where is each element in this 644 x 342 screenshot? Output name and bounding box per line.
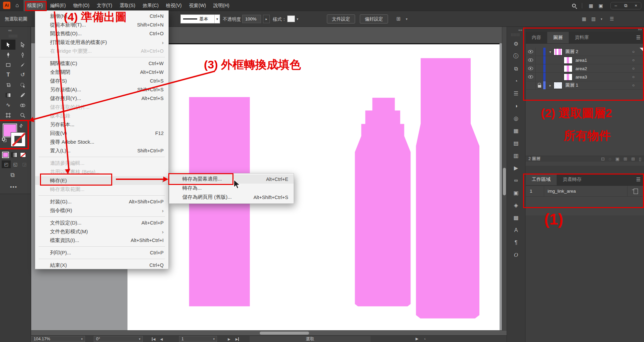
layer-name[interactable]: area1 [575, 58, 587, 63]
lock-icon[interactable] [536, 64, 543, 72]
menubar-item[interactable]: 檔案(F) [24, 0, 46, 11]
control-menu-icon[interactable]: ☰ [610, 16, 614, 21]
menubar-item[interactable]: 選取(S) [116, 0, 139, 11]
close-button[interactable]: × [631, 3, 641, 8]
menu-item[interactable]: 列印(P)...Ctrl+P [35, 248, 168, 257]
swatches-grid-icon[interactable]: ▦ [507, 125, 525, 137]
lock-icon[interactable] [536, 81, 543, 89]
chevron-down-icon[interactable]: ▾ [548, 50, 553, 54]
draw-normal-icon[interactable]: ◰ [2, 160, 11, 168]
menu-item[interactable]: 關閉檔案(C)Ctrl+W [35, 59, 168, 68]
rectangle-tool-icon[interactable] [1, 60, 15, 70]
layer-row[interactable]: ▾圖層 2○ [526, 48, 644, 56]
tab-layers[interactable]: 圖層 [547, 32, 569, 43]
lock-icon[interactable] [536, 73, 543, 81]
home-icon[interactable]: ⌂ [15, 2, 19, 9]
type-tool-icon[interactable]: T [1, 70, 15, 80]
menu-item[interactable]: 打開最近使用過的檔案(F)› [35, 38, 168, 47]
menu-item[interactable]: 儲存選取的切片... [35, 103, 168, 111]
menubar-item[interactable]: 編輯(E) [46, 0, 70, 11]
tab-properties[interactable]: 內容 [526, 32, 547, 43]
arrange-documents-icon[interactable]: ▦ [589, 3, 593, 8]
layer-thumbnail[interactable] [564, 65, 572, 72]
target-icon[interactable]: ◎ [507, 112, 525, 125]
document-setup-button[interactable]: 文件設定 [327, 14, 355, 23]
paintbrush-tool-icon[interactable] [15, 60, 30, 70]
opacity-input[interactable]: 100% [242, 15, 261, 23]
default-fill-stroke-icon[interactable] [2, 138, 5, 141]
chevron-right-icon[interactable]: ▸ [548, 84, 553, 87]
sphere-icon[interactable]: ◔ [507, 75, 525, 87]
pattern-icon[interactable]: ▩ [507, 211, 525, 224]
paragraph-icon[interactable]: ¶ [507, 236, 525, 249]
more-tools-icon[interactable]: ••• [10, 184, 17, 190]
locate-icon[interactable]: ◌ [609, 156, 611, 161]
layer-name[interactable]: area2 [575, 66, 587, 71]
columns-icon[interactable]: ▥ [507, 149, 525, 162]
symbols-icon[interactable]: ◈ [507, 199, 525, 211]
panel-icon[interactable]: ▣ [507, 187, 525, 199]
menu-item[interactable]: 置入(L)...Shift+Ctrl+P [35, 146, 168, 155]
layer-name[interactable]: area3 [575, 75, 587, 80]
panel-grip[interactable]: |||||||| [9, 34, 18, 38]
export-icon[interactable]: ⧉ [507, 62, 525, 75]
chevron-down-icon[interactable]: ▾ [297, 17, 298, 21]
menu-item[interactable]: 轉存選取範圍... [35, 185, 168, 194]
artboard-page-icon[interactable] [627, 186, 644, 196]
artboard-row-name[interactable]: img_link_area [544, 189, 576, 194]
menu-item[interactable]: 版本記錄 [35, 111, 168, 120]
tab-libraries[interactable]: 資料庫 [569, 32, 595, 43]
opacity-stepper[interactable]: ▸ [263, 15, 270, 23]
visibility-eye-icon[interactable] [526, 48, 536, 56]
menu-item[interactable]: 文件色彩模式(M)› [35, 227, 168, 236]
halftone-icon[interactable]: ◑ [507, 100, 525, 112]
lock-icon[interactable] [536, 56, 543, 64]
collect-export-icon[interactable]: ⊡ [601, 156, 605, 161]
chevron-down-icon[interactable]: ▾ [406, 17, 407, 21]
menu-item[interactable]: 儲存拷貝(Y)...Alt+Ctrl+S [35, 94, 168, 103]
menu-item[interactable]: 開啟舊檔(O)...Ctrl+O [35, 29, 168, 38]
stroke-lines-icon[interactable]: ☰ [507, 87, 525, 100]
visibility-eye-icon[interactable] [526, 56, 536, 64]
restore-button[interactable]: ⧉ [621, 3, 631, 8]
tab-artboards[interactable]: 工作區域 [526, 174, 557, 185]
width-tool-icon[interactable]: ∿ [1, 100, 15, 110]
menu-item[interactable]: 另存範本... [35, 120, 168, 129]
expand-dock-icon[interactable]: »» [638, 27, 642, 31]
target-circle-icon[interactable]: ○ [632, 58, 635, 62]
chevron-down-icon[interactable]: ▾ [601, 17, 602, 21]
menu-item[interactable]: 從範本新增(T)...Shift+Ctrl+N [35, 20, 168, 29]
dock-grip[interactable]: |||||||| [511, 33, 520, 36]
menu-item[interactable]: 全部關閉Alt+Ctrl+W [35, 68, 168, 77]
pen-tool-icon[interactable] [1, 50, 15, 60]
gradient-tool-icon[interactable] [1, 90, 15, 100]
horizontal-scrollbar[interactable] [31, 330, 507, 335]
new-layer-icon[interactable]: ⊞ [631, 156, 635, 161]
preferences-button[interactable]: 偏好設定 [360, 14, 388, 23]
layer-row[interactable]: area3○ [526, 73, 644, 81]
links-icon[interactable]: ∞ [507, 174, 525, 187]
rotation-dropdown[interactable]: 0° ▾ [94, 336, 143, 342]
tab-asset-export[interactable]: 資產轉存 [557, 174, 588, 185]
direct-selection-tool-icon[interactable] [15, 40, 30, 50]
menu-item[interactable]: 新增(N)...Ctrl+N [35, 12, 168, 20]
panel-menu-icon[interactable]: ☰ [636, 32, 644, 43]
stroke-preset-dropdown[interactable]: 基本 ▾ [180, 14, 220, 23]
color-mode-swatch[interactable] [3, 152, 8, 157]
target-circle-icon[interactable]: ○ [632, 66, 635, 71]
visibility-eye-icon[interactable] [526, 73, 536, 81]
menubar-item[interactable]: 說明(H) [210, 0, 233, 11]
artboard-number-dropdown[interactable]: 1 ▾ [179, 336, 217, 342]
menubar-item[interactable]: 檢視(V) [162, 0, 185, 11]
vertical-scrollbar[interactable] [502, 27, 507, 330]
lock-icon[interactable] [536, 48, 543, 56]
style-swatch[interactable] [287, 15, 295, 22]
stroke-color-swatch[interactable] [11, 133, 25, 146]
selection-tool-icon[interactable] [1, 40, 15, 50]
status-play-icon[interactable]: ▶ [416, 337, 418, 341]
minimize-button[interactable]: – [611, 3, 621, 8]
last-artboard-icon[interactable]: ▶ [235, 337, 239, 341]
screen-mode-icon[interactable]: ⧉ [10, 172, 14, 179]
submenu-item[interactable]: 轉存為螢幕適用...Alt+Ctrl+E [169, 175, 294, 184]
opentype-icon[interactable]: O [507, 249, 525, 261]
